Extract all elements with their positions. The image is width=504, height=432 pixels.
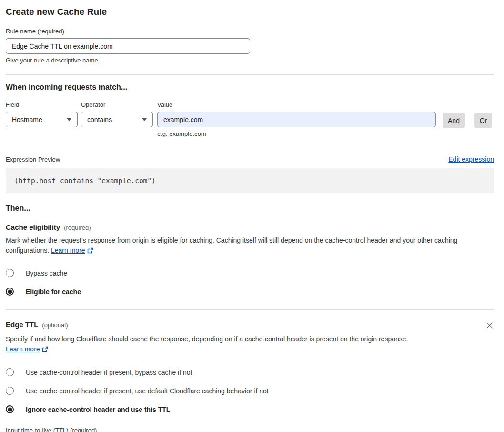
section-divider bbox=[6, 74, 494, 75]
cache-eligibility-description: Mark whether the request’s response from… bbox=[6, 236, 494, 257]
chevron-down-icon bbox=[142, 118, 147, 121]
value-help: e.g. example.com bbox=[157, 130, 436, 137]
field-label: Field bbox=[6, 101, 78, 108]
radio-use-header-bypass[interactable]: Use cache-control header if present, byp… bbox=[6, 368, 494, 376]
match-section-heading: When incoming requests match... bbox=[6, 83, 494, 92]
rule-name-label: Rule name (required) bbox=[6, 28, 494, 35]
radio-icon[interactable] bbox=[6, 368, 14, 376]
then-heading: Then... bbox=[6, 204, 494, 213]
radio-eligible-for-cache[interactable]: Eligible for cache bbox=[6, 288, 494, 296]
cache-eligibility-qualifier: (required) bbox=[64, 224, 91, 231]
external-link-icon bbox=[42, 345, 48, 355]
radio-ignore-header-use-ttl[interactable]: Ignore cache-control header and use this… bbox=[6, 405, 494, 413]
edge-ttl-description: Specify if and how long Cloudflare shoul… bbox=[6, 334, 408, 355]
match-condition-row: Field Hostname Operator contains Value e… bbox=[6, 101, 494, 137]
learn-more-link[interactable]: Learn more bbox=[6, 345, 40, 353]
radio-icon[interactable] bbox=[6, 387, 14, 395]
external-link-icon bbox=[87, 247, 93, 257]
operator-select[interactable]: contains bbox=[81, 112, 153, 127]
field-select-value: Hostname bbox=[12, 116, 42, 123]
operator-label: Operator bbox=[81, 101, 153, 108]
close-icon[interactable] bbox=[485, 321, 494, 330]
radio-icon[interactable] bbox=[6, 269, 14, 277]
value-input[interactable] bbox=[157, 112, 436, 127]
expression-preview-label: Expression Preview bbox=[6, 156, 60, 163]
cache-eligibility-heading: Cache eligibility bbox=[6, 223, 60, 231]
section-divider bbox=[6, 309, 494, 310]
page-title: Create new Cache Rule bbox=[6, 0, 494, 17]
radio-icon[interactable] bbox=[6, 405, 14, 413]
radio-use-header-default[interactable]: Use cache-control header if present, use… bbox=[6, 387, 494, 395]
or-button[interactable]: Or bbox=[474, 113, 492, 128]
ttl-label: Input time-to-live (TTL) (required) bbox=[6, 427, 494, 432]
learn-more-link[interactable]: Learn more bbox=[51, 247, 85, 254]
radio-icon[interactable] bbox=[6, 288, 14, 296]
edit-expression-link[interactable]: Edit expression bbox=[448, 155, 494, 163]
edge-ttl-heading: Edge TTL bbox=[6, 320, 38, 329]
field-select[interactable]: Hostname bbox=[6, 112, 78, 127]
operator-select-value: contains bbox=[87, 116, 112, 123]
radio-bypass-cache[interactable]: Bypass cache bbox=[6, 269, 494, 277]
expression-preview-code: (http.host contains "example.com") bbox=[6, 168, 494, 193]
cache-rule-form: Create new Cache Rule Rule name (require… bbox=[6, 0, 494, 432]
and-button[interactable]: And bbox=[443, 113, 465, 128]
rule-name-input[interactable] bbox=[6, 38, 250, 54]
edge-ttl-qualifier: (optional) bbox=[42, 321, 68, 329]
rule-name-help: Give your rule a descriptive name. bbox=[6, 57, 494, 64]
value-label: Value bbox=[157, 101, 436, 108]
chevron-down-icon bbox=[67, 118, 71, 121]
